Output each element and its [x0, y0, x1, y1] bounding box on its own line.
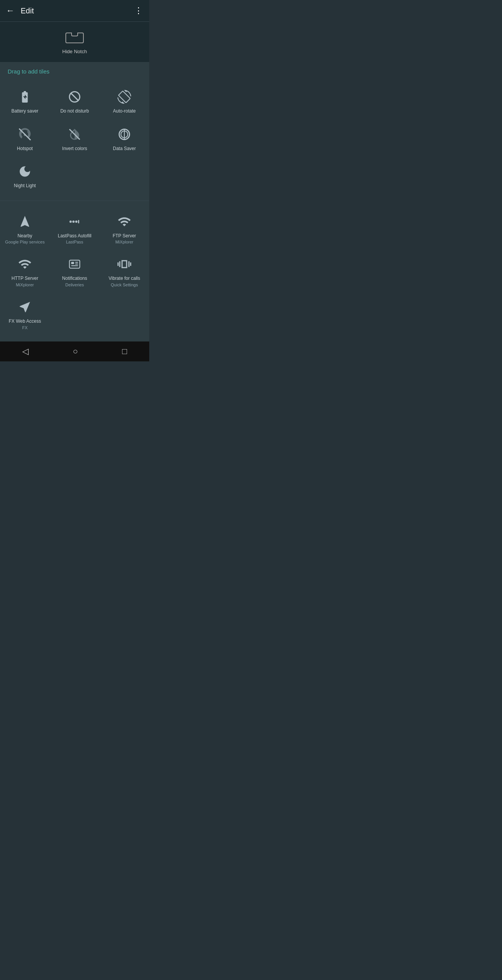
vibrate-icon — [117, 256, 132, 272]
lastpass-label: LastPass Autofill — [58, 233, 91, 239]
nav-recents-button[interactable]: □ — [122, 346, 127, 356]
auto-rotate-label: Auto-rotate — [113, 108, 135, 114]
tile-http-server[interactable]: HTTP Server MiXplorer — [0, 250, 50, 292]
tile-night-light[interactable]: Night Light — [0, 157, 50, 194]
auto-rotate-icon — [117, 89, 132, 105]
hotspot-label: Hotspot — [17, 146, 33, 152]
tile-nearby[interactable]: Nearby Google Play services — [0, 207, 50, 250]
tile-data-saver[interactable]: Data Saver — [99, 120, 149, 157]
fx-web-access-sublabel: FX — [22, 325, 28, 330]
http-server-label: HTTP Server — [11, 276, 38, 282]
page-title: Edit — [21, 7, 134, 15]
night-light-label: Night Light — [14, 183, 36, 189]
notifications-sublabel: Deliveries — [65, 283, 84, 287]
svg-rect-6 — [78, 220, 79, 223]
battery-saver-label: Battery saver — [11, 108, 39, 114]
notifications-icon — [67, 256, 82, 272]
nav-home-button[interactable]: ○ — [73, 346, 78, 356]
hide-notch-section: Hide Notch — [0, 22, 149, 62]
data-saver-icon — [117, 127, 132, 142]
fx-web-access-icon — [17, 299, 33, 315]
vibrate-for-calls-sublabel: Quick Settings — [111, 283, 138, 287]
do-not-disturb-label: Do not disturb — [60, 108, 89, 114]
tile-notifications[interactable]: Notifications Deliveries — [50, 250, 99, 292]
ftp-server-label: FTP Server — [112, 233, 136, 239]
more-options-button[interactable]: ⋮ — [134, 6, 143, 16]
back-button[interactable]: ← — [6, 6, 15, 16]
tile-ftp-server[interactable]: FTP Server MiXplorer — [99, 207, 149, 250]
nav-back-button[interactable]: ◁ — [22, 346, 29, 356]
svg-rect-8 — [71, 262, 74, 264]
notifications-label: Notifications — [62, 276, 87, 282]
tile-vibrate-for-calls[interactable]: Vibrate for calls Quick Settings — [99, 250, 149, 292]
system-tiles-grid: Battery saver Do not disturb Auto-rotate — [0, 79, 149, 198]
lastpass-sublabel: LastPass — [66, 240, 83, 244]
ftp-server-icon — [117, 214, 132, 229]
nearby-icon — [17, 214, 33, 229]
hide-notch-label: Hide Notch — [62, 49, 87, 54]
tile-fx-web-access[interactable]: FX Web Access FX — [0, 292, 50, 335]
tile-hotspot[interactable]: Hotspot — [0, 120, 50, 157]
svg-rect-11 — [71, 265, 78, 266]
http-server-icon — [17, 256, 33, 272]
bottom-nav: ◁ ○ □ — [0, 341, 149, 361]
ftp-server-sublabel: MiXplorer — [115, 240, 133, 244]
night-light-icon — [17, 164, 33, 179]
svg-point-5 — [75, 220, 78, 223]
svg-rect-10 — [75, 264, 78, 265]
do-not-disturb-icon — [67, 89, 82, 105]
svg-rect-7 — [70, 260, 80, 268]
hotspot-icon — [17, 127, 33, 142]
nearby-label: Nearby — [18, 233, 33, 239]
vibrate-for-calls-label: Vibrate for calls — [109, 276, 140, 282]
drag-section: Drag to add tiles Battery saver Do not d… — [0, 62, 149, 341]
tile-battery-saver[interactable]: Battery saver — [0, 82, 50, 120]
tile-lastpass[interactable]: LastPass Autofill LastPass — [50, 207, 99, 250]
svg-point-4 — [72, 220, 75, 223]
battery-saver-icon — [17, 89, 33, 105]
svg-point-3 — [70, 220, 72, 223]
http-server-sublabel: MiXplorer — [16, 283, 34, 287]
invert-colors-label: Invert colors — [62, 146, 87, 152]
tiles-divider — [0, 201, 149, 201]
nearby-sublabel: Google Play services — [5, 240, 44, 244]
drag-title: Drag to add tiles — [0, 68, 149, 79]
tile-invert-colors[interactable]: Invert colors — [50, 120, 99, 157]
svg-rect-9 — [75, 262, 78, 263]
fx-web-access-label: FX Web Access — [9, 318, 41, 325]
data-saver-label: Data Saver — [113, 146, 136, 152]
hide-notch-icon — [65, 33, 84, 43]
lastpass-icon — [67, 214, 82, 229]
third-party-tiles-grid: Nearby Google Play services LastPass Aut… — [0, 204, 149, 338]
invert-colors-icon — [67, 127, 82, 142]
tile-auto-rotate[interactable]: Auto-rotate — [99, 82, 149, 120]
app-header: ← Edit ⋮ — [0, 0, 149, 21]
tile-do-not-disturb[interactable]: Do not disturb — [50, 82, 99, 120]
